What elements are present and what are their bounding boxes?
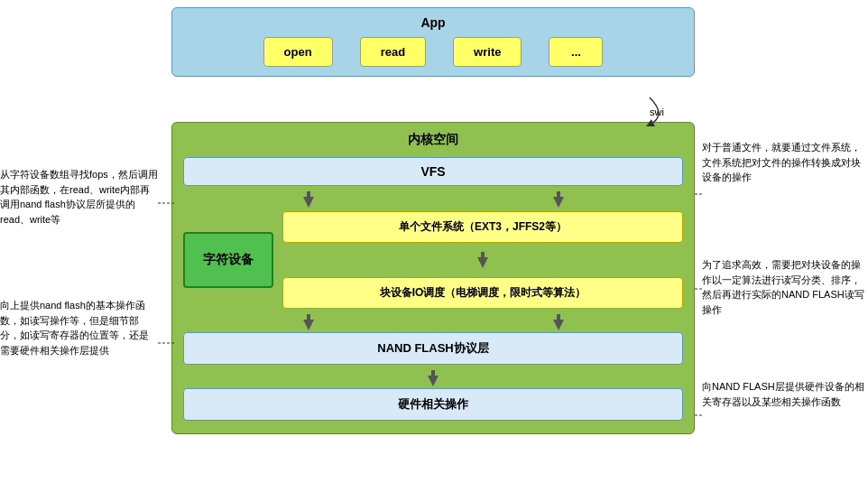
svg-rect-9	[557, 314, 560, 321]
arrow-fs-io-svg	[474, 252, 492, 268]
svg-rect-1	[307, 191, 310, 199]
app-title: App	[183, 15, 683, 30]
right-column: 单个文件系统（EXT3，JFFS2等） 块设备IO调度（电梯调度，限时式等算法）	[282, 211, 683, 309]
arrow-fs-io	[282, 252, 683, 268]
arrow-to-hw-svg	[424, 370, 442, 386]
open-button[interactable]: open	[263, 37, 333, 67]
vfs-box: VFS	[183, 157, 683, 186]
io-box: 块设备IO调度（电梯调度，限时式等算法）	[282, 277, 683, 309]
annotation-left-bottom: 向上提供nand flash的基本操作函数，如读写操作等，但是细节部分，如读写寄…	[0, 298, 158, 357]
annotation-right-top: 对于普通文件，就要通过文件系统，文件系统把对文件的操作转换成对块设备的操作	[702, 140, 864, 185]
annotation-left-top: 从字符设备数组寻找fops，然后调用其内部函数，在read、write内部再调用…	[0, 167, 158, 227]
arrow-vfs-right	[549, 191, 568, 208]
svg-rect-7	[307, 314, 310, 321]
diagram-container: App open read write ... swi 内核空间 VFS	[0, 0, 868, 492]
arrow-to-nand-left	[300, 314, 318, 330]
swi-label: swi	[650, 107, 664, 117]
arrow-vfs-left	[300, 191, 318, 208]
svg-rect-11	[431, 370, 435, 377]
read-button[interactable]: read	[360, 37, 426, 67]
fs-box: 单个文件系统（EXT3，JFFS2等）	[282, 211, 683, 243]
arrow-to-hw	[183, 370, 683, 386]
middle-row: 字符设备 单个文件系统（EXT3，JFFS2等） 块设备IO调度（电梯调度，限时…	[183, 211, 683, 309]
app-layer: App open read write ...	[171, 7, 695, 77]
annotation-right-bottom: 向NAND FLASH层提供硬件设备的相关寄存器以及某些相关操作函数	[702, 379, 864, 409]
app-buttons: open read write ...	[183, 37, 683, 67]
svg-rect-3	[557, 191, 560, 199]
vfs-arrows	[183, 191, 683, 208]
kernel-title: 内核空间	[183, 132, 683, 148]
char-device-box: 字符设备	[183, 232, 273, 288]
write-button[interactable]: write	[453, 37, 522, 67]
svg-rect-5	[481, 252, 485, 259]
kernel-layer: 内核空间 VFS 字符设备 单个文件系统（EXT3，JFFS2等）	[171, 122, 695, 434]
ellipsis-button[interactable]: ...	[549, 37, 603, 67]
inner-arrows-1	[183, 314, 683, 330]
arrow-to-nand-right	[549, 314, 568, 330]
annotation-right-middle: 为了追求高效，需要把对块设备的操作以一定算法进行读写分类、排序，然后再进行实际的…	[702, 257, 864, 317]
nand-protocol-box: NAND FLASH协议层	[183, 332, 683, 365]
hw-ops-box: 硬件相关操作	[183, 388, 683, 421]
